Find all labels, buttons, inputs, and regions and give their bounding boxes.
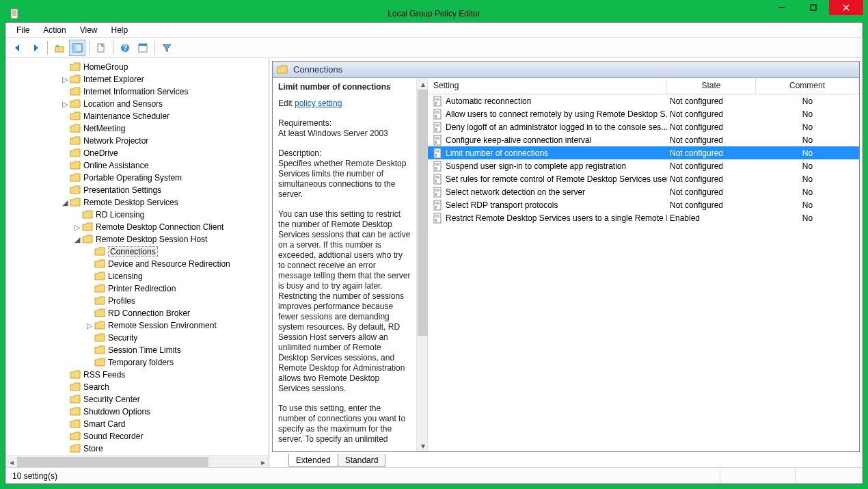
horizontal-scrollbar[interactable]: ◂ ▸: [5, 455, 269, 467]
tree-item[interactable]: ◢Remote Desktop Session Host: [8, 233, 269, 246]
show-hide-tree-button[interactable]: [69, 40, 85, 56]
list-row[interactable]: Select RDP transport protocolsNot config…: [428, 198, 859, 211]
expand-icon[interactable]: ◢: [72, 235, 82, 244]
tree-item[interactable]: RD Licensing: [8, 209, 269, 221]
tree-item[interactable]: Licensing: [8, 270, 269, 282]
list-row[interactable]: Limit number of connectionsNot configure…: [428, 146, 859, 159]
menubar: File Action View Help: [5, 23, 863, 38]
tree-item[interactable]: HomeGroup: [8, 61, 269, 73]
menu-action[interactable]: Action: [36, 24, 72, 36]
scroll-up-arrow[interactable]: ▴: [417, 78, 429, 90]
expand-icon[interactable]: ▷: [72, 223, 82, 232]
tree-item[interactable]: Store: [8, 442, 269, 455]
tree[interactable]: HomeGroup▷Internet ExplorerInternet Info…: [5, 58, 269, 455]
tree-item[interactable]: Sound Recorder: [8, 430, 269, 442]
help-button[interactable]: ?: [117, 40, 133, 56]
setting-comment: No: [756, 122, 859, 132]
titlebar[interactable]: Local Group Policy Editor: [5, 5, 863, 22]
status-cell-2: [720, 468, 796, 484]
tree-item[interactable]: ◢Remote Desktop Services: [8, 196, 269, 209]
expand-icon[interactable]: ▷: [85, 321, 94, 330]
tree-item[interactable]: Network Projector: [8, 135, 269, 147]
menu-help[interactable]: Help: [105, 24, 135, 36]
list-row[interactable]: Suspend user sign-in to complete app reg…: [428, 159, 859, 172]
desc-text-1: Specifies whether Remote Desktop Service…: [278, 159, 406, 199]
tree-item[interactable]: NetMeeting: [8, 122, 269, 135]
tree-item[interactable]: OneDrive: [8, 147, 269, 159]
svg-point-56: [435, 194, 437, 196]
maximize-button[interactable]: [798, 0, 829, 15]
forward-button[interactable]: [27, 40, 44, 56]
up-button[interactable]: [51, 40, 68, 56]
vertical-scrollbar[interactable]: ▴ ▾: [416, 78, 428, 451]
back-button[interactable]: [10, 40, 26, 56]
tree-item[interactable]: RSS Feeds: [8, 369, 269, 381]
setting-comment: No: [756, 148, 859, 158]
list-row[interactable]: Allow users to connect remotely by using…: [428, 107, 859, 120]
list-row[interactable]: Automatic reconnectionNot configuredNo: [428, 94, 859, 107]
tree-item[interactable]: Security: [8, 332, 269, 344]
tree-item[interactable]: Session Time Limits: [8, 344, 269, 356]
expand-icon[interactable]: ▷: [60, 75, 70, 84]
filter-button[interactable]: [159, 40, 175, 56]
expand-icon[interactable]: ◢: [60, 198, 70, 207]
list-row[interactable]: Set rules for remote control of Remote D…: [428, 172, 859, 185]
tree-item[interactable]: Shutdown Options: [8, 406, 269, 418]
folder-icon: [70, 62, 81, 72]
tab-extended[interactable]: Extended: [288, 454, 338, 467]
tree-item[interactable]: Security Center: [8, 393, 269, 406]
tree-item[interactable]: Profiles: [8, 295, 269, 307]
tree-item[interactable]: Device and Resource Redirection: [8, 258, 269, 270]
list-row[interactable]: Restrict Remote Desktop Services users t…: [428, 211, 859, 224]
edit-policy-link[interactable]: policy setting: [295, 98, 342, 108]
tree-item[interactable]: ▷Remote Session Environment: [8, 319, 269, 332]
svg-point-41: [435, 155, 437, 157]
svg-rect-37: [434, 148, 441, 158]
tree-item[interactable]: ▷Location and Sensors: [8, 98, 269, 110]
properties-button[interactable]: [135, 40, 151, 56]
scroll-down-arrow[interactable]: ▾: [417, 440, 429, 451]
minimize-button[interactable]: [766, 0, 798, 15]
tree-item-label: Presentation Settings: [83, 185, 161, 195]
expand-icon[interactable]: ▷: [60, 100, 70, 109]
folder-icon: [70, 87, 81, 96]
tree-item[interactable]: Internet Information Services: [8, 85, 269, 98]
tree-item[interactable]: ▷Internet Explorer: [8, 73, 269, 85]
details-body: Limit number of connections Edit policy …: [273, 78, 859, 451]
list-row[interactable]: Select network detection on the serverNo…: [428, 185, 859, 198]
col-state[interactable]: State: [667, 78, 756, 94]
tree-item-label: Connections: [108, 246, 158, 257]
list-rows[interactable]: Automatic reconnectionNot configuredNoAl…: [428, 94, 859, 451]
tree-item[interactable]: Presentation Settings: [8, 184, 269, 196]
setting-state: Not configured: [667, 148, 756, 158]
list-row[interactable]: Configure keep-alive connection interval…: [428, 133, 859, 146]
tree-item[interactable]: ▷Remote Desktop Connection Client: [8, 221, 269, 233]
export-button[interactable]: [93, 40, 109, 56]
menu-file[interactable]: File: [10, 24, 36, 36]
toolbar-separator: [113, 41, 113, 55]
svg-point-51: [435, 181, 437, 183]
tree-item[interactable]: Portable Operating System: [8, 172, 269, 184]
tree-item[interactable]: Printer Redirection: [8, 282, 269, 295]
col-setting[interactable]: Setting: [428, 78, 667, 94]
tree-item[interactable]: Search: [8, 381, 269, 393]
setting-comment: No: [756, 200, 859, 210]
col-comment[interactable]: Comment: [756, 78, 859, 94]
policy-icon: [432, 109, 443, 120]
tree-item[interactable]: RD Connection Broker: [8, 307, 269, 319]
tree-item[interactable]: Online Assistance: [8, 159, 269, 172]
close-button[interactable]: [829, 0, 863, 15]
tree-item[interactable]: Smart Card: [8, 418, 269, 430]
scroll-left-arrow[interactable]: ◂: [5, 456, 17, 468]
scroll-thumb[interactable]: [17, 457, 208, 467]
scroll-thumb[interactable]: [418, 90, 428, 336]
policy-icon: [432, 213, 443, 224]
tree-item[interactable]: Connections: [8, 246, 269, 258]
tree-item[interactable]: Temporary folders: [8, 356, 269, 369]
list-row[interactable]: Deny logoff of an administrator logged i…: [428, 120, 859, 133]
tab-standard[interactable]: Standard: [338, 454, 386, 467]
menu-view[interactable]: View: [73, 24, 105, 36]
tree-item[interactable]: Maintenance Scheduler: [8, 110, 269, 122]
scroll-right-arrow[interactable]: ▸: [257, 456, 269, 468]
svg-point-40: [435, 154, 437, 155]
